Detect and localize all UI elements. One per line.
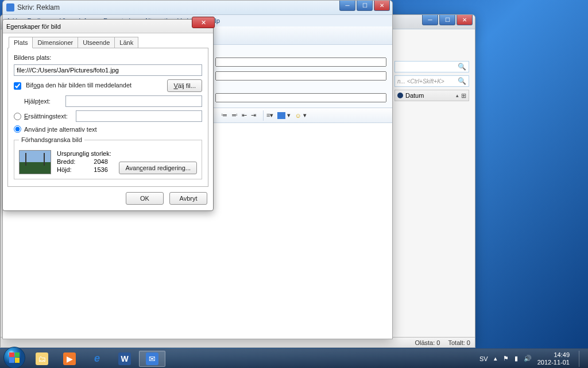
quick-filter-search[interactable]: n... <Ctrl+Skift+K> 🔍	[394, 75, 469, 87]
to-field-2[interactable]	[215, 71, 386, 80]
start-button[interactable]	[3, 347, 25, 369]
tray-network-icon[interactable]: ▮	[514, 355, 518, 362]
number-list-icon[interactable]: ≕	[231, 112, 238, 119]
tray-show-hidden-icon[interactable]: ▴	[494, 355, 497, 362]
align-icon[interactable]: ≡▾	[266, 112, 273, 119]
to-field[interactable]	[215, 57, 386, 67]
minimize-button[interactable]: ─	[422, 15, 438, 25]
search-icon: 🔍	[458, 77, 466, 85]
tooltip-label: Hjälptext:	[14, 98, 65, 105]
tab-dimensioner[interactable]: Dimensioner	[32, 37, 78, 48]
alt-text-radio[interactable]	[14, 113, 21, 120]
close-button[interactable]: ✕	[457, 15, 473, 25]
subject-field[interactable]	[215, 93, 386, 102]
tray-lang[interactable]: SV	[479, 355, 488, 362]
preview-thumbnail	[19, 150, 51, 174]
moon-icon	[397, 93, 403, 98]
tray-time: 14:49	[537, 351, 570, 358]
dialog-titlebar[interactable]: Egenskaper för bild ✕	[3, 20, 213, 33]
color-icon[interactable]	[277, 112, 285, 119]
outdent-icon[interactable]: ⇤	[242, 112, 247, 119]
width-label: Bredd:	[57, 158, 79, 165]
preview-meta: Ursprunglig storlek: Bredd: 2048 Höjd: 1…	[57, 150, 111, 173]
global-search[interactable]: 🔍	[394, 61, 469, 72]
taskbar: 🗂 ▶ e W ✉ SV ▴ ⚑ ▮ 🔊 14:49 2012-11-01	[0, 348, 588, 368]
column-header-label: Datum	[405, 92, 424, 99]
attach-checkbox[interactable]	[14, 82, 21, 90]
search-icon: 🔍	[458, 63, 466, 71]
indent-icon[interactable]: ⇥	[251, 112, 256, 119]
no-alt-radio-label[interactable]: Använd inte alternativ text	[14, 125, 97, 133]
height-value: 1536	[94, 166, 111, 173]
tooltip-input[interactable]	[65, 95, 202, 107]
maximize-button[interactable]: ☐	[439, 15, 455, 25]
bullet-list-icon[interactable]: ≔	[221, 112, 227, 119]
show-desktop-button[interactable]	[579, 351, 585, 367]
image-location-input[interactable]	[14, 64, 202, 76]
system-tray: SV ▴ ⚑ ▮ 🔊 14:49 2012-11-01	[479, 351, 585, 367]
no-alt-radio[interactable]	[14, 125, 21, 133]
taskbar-word[interactable]: W	[111, 351, 138, 367]
alt-text-input[interactable]	[76, 110, 202, 122]
tray-volume-icon[interactable]: 🔊	[524, 355, 532, 362]
choose-file-button[interactable]: Välj fil...	[167, 79, 202, 92]
dialog-close-button[interactable]: ✕	[192, 17, 215, 28]
tab-lank[interactable]: Länk	[114, 37, 138, 48]
smiley-icon[interactable]: ☺	[295, 112, 301, 119]
ok-button[interactable]: OK	[126, 192, 164, 205]
attach-checkbox-label[interactable]: Bifoga den här bilden till meddelandet	[14, 82, 131, 90]
image-location-label: Bildens plats:	[14, 54, 51, 61]
dialog-title: Egenskaper för bild	[6, 23, 61, 30]
status-unread: Olästa: 0	[415, 339, 440, 346]
orig-size-label: Ursprunglig storlek:	[57, 150, 111, 157]
compose-titlebar[interactable]: Skriv: Reklam ─ ☐ ✕	[3, 1, 392, 15]
minimize-button[interactable]: ─	[339, 1, 355, 11]
taskbar-ie[interactable]: e	[84, 351, 110, 367]
maximize-button[interactable]: ☐	[357, 1, 373, 11]
preview-legend: Förhandsgranska bild	[19, 136, 84, 143]
taskbar-explorer[interactable]: 🗂	[29, 351, 55, 367]
quick-filter-hint: n... <Ctrl+Skift+K>	[397, 78, 444, 85]
tray-flag-icon[interactable]: ⚑	[503, 355, 509, 362]
taskbar-media-player[interactable]: ▶	[56, 351, 83, 367]
column-header-date[interactable]: Datum ▴⊞	[394, 90, 469, 101]
advanced-edit-button[interactable]: Avancerad redigering...	[119, 162, 197, 174]
alt-text-radio-label[interactable]: Ersättningstext:	[14, 113, 76, 120]
tab-panel-plats: Bildens plats: Bifoga den här bilden til…	[7, 48, 208, 187]
tab-plats[interactable]: Plats	[9, 37, 33, 48]
tray-date: 2012-11-01	[537, 359, 570, 366]
width-value: 2048	[94, 158, 111, 165]
taskbar-thunderbird[interactable]: ✉	[139, 351, 165, 367]
image-properties-dialog: Egenskaper för bild ✕ Plats Dimensioner …	[2, 19, 214, 211]
cancel-button[interactable]: Avbryt	[169, 192, 207, 205]
status-total: Totalt: 0	[448, 339, 470, 346]
thunderbird-icon	[6, 3, 14, 12]
dialog-tabs: Plats Dimensioner Utseende Länk	[3, 33, 213, 48]
tab-utseende[interactable]: Utseende	[78, 37, 115, 48]
preview-fieldset: Förhandsgranska bild Ursprunglig storlek…	[14, 136, 202, 179]
compose-title: Skriv: Reklam	[17, 3, 60, 12]
close-button[interactable]: ✕	[374, 1, 390, 11]
column-config-icon[interactable]: ▴⊞	[456, 92, 466, 99]
height-label: Höjd:	[57, 166, 79, 173]
tray-clock[interactable]: 14:49 2012-11-01	[537, 351, 570, 365]
dialog-footer: OK Avbryt	[3, 192, 213, 210]
